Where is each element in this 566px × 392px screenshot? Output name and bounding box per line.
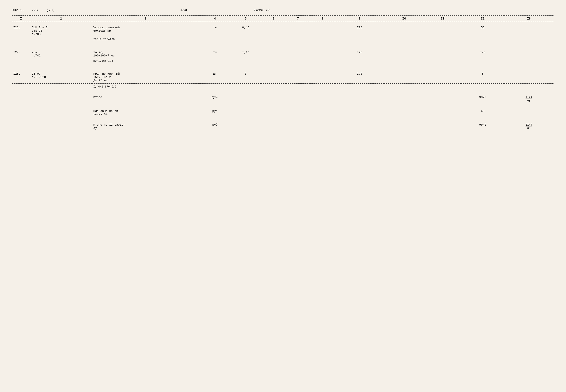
totals-3-numerator: II44 <box>525 124 532 127</box>
row-128-col7 <box>286 68 310 84</box>
totals-1-col12: 9872 <box>461 94 504 104</box>
row-126-col12: 55 <box>461 22 504 37</box>
row-126-ref: П.К I ч.I стр.70 п.788 <box>30 22 92 37</box>
totals-2-spacer <box>12 108 30 118</box>
spacer-row-1 <box>12 104 553 108</box>
totals-3-col5 <box>230 122 261 132</box>
totals-2-col13 <box>504 108 553 118</box>
row-127-col11 <box>424 47 461 59</box>
center-value: I80 <box>180 8 187 12</box>
totals-2-col9 <box>335 108 384 118</box>
spacer-row-2 <box>12 118 553 122</box>
table-row-126-formula: I06хI.I65=I28 <box>12 37 553 47</box>
row-128-desc-line3: Ду 25 мм <box>93 79 107 82</box>
row-126-id: I26. <box>12 22 30 37</box>
totals-1-col13: II44 68 <box>504 94 553 104</box>
table-row-127-formula: ПОхI,I65=I28 <box>12 59 553 68</box>
table-row-128: I28. 23-07 п.I-0820 Кран поливочный I5ку… <box>12 68 553 84</box>
totals-3-col12: 994I <box>461 122 504 132</box>
totals-3-denominator: 68 <box>527 127 531 130</box>
totals-3-spacer <box>12 122 30 132</box>
row-128-desc-line2: I5ку I8п 2 <box>93 76 111 79</box>
row-128-ref-line2: п.I-0820 <box>32 76 46 79</box>
row-126-col11 <box>424 22 461 37</box>
row-128-col12: 8 <box>461 68 504 84</box>
row-127-unit: тн <box>199 47 230 59</box>
row-126-col6 <box>261 22 286 37</box>
row-127-col5: I,40 <box>230 47 261 59</box>
page-header: 902-2- 301 (УП) I80 14992.05 <box>12 8 553 12</box>
totals-2-col12: 69 <box>461 108 504 118</box>
totals-3-spacer2 <box>30 122 92 132</box>
totals-2-col10 <box>384 108 424 118</box>
col-header-7: 7 <box>286 16 310 22</box>
row-127-ref: –н– п.742 <box>30 47 92 59</box>
totals-2-col6 <box>261 108 286 118</box>
col-header-13: I8 <box>504 16 553 22</box>
doc-suffix: 301 <box>32 8 39 12</box>
row-127-ref-line2: п.742 <box>32 54 41 57</box>
spacer-cell-2 <box>12 118 553 122</box>
row-128-unit: шт <box>199 68 230 84</box>
row-126-formula-spacer <box>12 37 30 47</box>
totals-3-label: Итого по II разде-лу <box>92 122 199 132</box>
row-128-col10 <box>384 68 424 84</box>
row-126-formula-rest <box>199 37 553 47</box>
totals-2-unit: руб <box>199 108 230 118</box>
totals-3-col10 <box>384 122 424 132</box>
row-127-formula-spacer <box>12 59 30 68</box>
row-126-col8 <box>310 22 335 37</box>
row-128-formula: I,40хI,076=I,5 <box>92 84 199 94</box>
totals-1-spacer <box>12 94 30 104</box>
row-126-desc-line2: 50х50х5 мм <box>93 29 111 33</box>
totals-3-col6 <box>261 122 286 132</box>
totals-row-1: Итого: руб. 9872 II44 68 <box>12 94 553 104</box>
col-header-6: 6 <box>261 16 286 22</box>
row-126-desc: Уголок стальной 50х50х5 мм <box>92 22 199 37</box>
row-126-col9: I28 <box>335 22 384 37</box>
col-header-8: 8 <box>310 16 335 22</box>
totals-1-label: Итого: <box>92 94 199 104</box>
row-128-desc-line1: Кран поливочный <box>93 72 120 76</box>
doc-number: 902-2- <box>12 8 24 12</box>
row-127-desc: То же, 100х100х7 мм <box>92 47 199 59</box>
page-container: 902-2- 301 (УП) I80 14992.05 I 2 8 4 5 6… <box>12 8 553 132</box>
row-126-col10 <box>384 22 424 37</box>
col-header-11: II <box>424 16 461 22</box>
totals-1-denominator: 68 <box>527 99 531 102</box>
spacer-cell-1 <box>12 104 553 108</box>
row-128-formula-spacer <box>12 84 30 94</box>
row-128-desc: Кран поливочный I5ку I8п 2 Ду 25 мм <box>92 68 199 84</box>
totals-2-col11 <box>424 108 461 118</box>
row-127-id: I27. <box>12 47 30 59</box>
col-header-12: I2 <box>461 16 504 22</box>
totals-1-col6 <box>261 94 286 104</box>
totals-2-col5 <box>230 108 261 118</box>
column-header-row: I 2 8 4 5 6 7 8 9 IO II I2 I8 <box>12 16 553 22</box>
row-128-formula-spacer2 <box>30 84 92 94</box>
row-127-desc-line2: 100х100х7 мм <box>93 54 114 57</box>
table-row-128-formula: I,40хI,076=I,5 <box>12 84 553 94</box>
row-127-col7 <box>286 47 310 59</box>
main-table: I 2 8 4 5 6 7 8 9 IO II I2 I8 I26. П.К I… <box>12 15 553 132</box>
row-126-formula-spacer2 <box>30 37 92 47</box>
col-header-1: I <box>12 16 30 22</box>
row-128-ref: 23-07 п.I-0820 <box>30 68 92 84</box>
row-127-ref-line1: –н– <box>32 51 37 54</box>
totals-3-col13: II44 68 <box>504 122 553 132</box>
row-128-formula-rest <box>199 84 553 94</box>
totals-2-spacer2 <box>30 108 92 118</box>
totals-3-fraction: II44 68 <box>525 124 532 130</box>
row-128-col13 <box>504 68 553 84</box>
row-128-ref-line1: 23-07 <box>32 72 41 76</box>
totals-1-unit: руб. <box>199 94 230 104</box>
totals-1-col10 <box>384 94 424 104</box>
table-row-127: I27. –н– п.742 То же, 100х100х7 мм тн I,… <box>12 47 553 59</box>
col-header-3: 8 <box>92 16 199 22</box>
col-header-4: 4 <box>199 16 230 22</box>
totals-3-col7 <box>286 122 310 132</box>
col-header-2: 2 <box>30 16 92 22</box>
row-128-col9: I,5 <box>335 68 384 84</box>
row-128-col6 <box>261 68 286 84</box>
row-127-formula: ПОхI,I65=I28 <box>92 59 199 68</box>
